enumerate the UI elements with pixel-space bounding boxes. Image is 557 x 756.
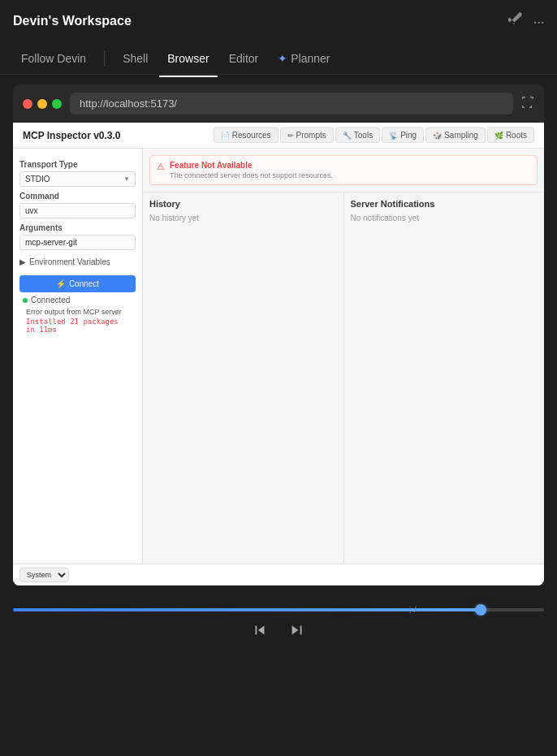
traffic-light-yellow[interactable] [37,99,47,109]
command-input[interactable]: uvx [19,203,136,218]
vscode-icon[interactable] [508,12,523,31]
system-select[interactable]: System [19,568,69,582]
error-section: Error output from MCP server Installed 2… [19,305,136,337]
mcp-title: MCP Inspector v0.3.0 [23,130,121,141]
select-arrow-icon: ▼ [123,175,130,183]
connect-button[interactable]: ⚡ Connect [19,275,136,292]
bottom-area: ⋮/ [0,595,557,676]
transport-type-label: Transport Type [19,160,136,169]
alert-content: Feature Not Available The connected serv… [170,161,333,179]
mcp-tab-prompts[interactable]: ✏ Prompts [280,127,334,143]
mcp-tab-ping[interactable]: 📡 Ping [382,127,424,143]
mcp-inspector: MCP Inspector v0.3.0 📄 Resources ✏ Promp… [13,123,544,585]
chevron-right-icon: ▶ [19,257,26,266]
more-icon[interactable]: ··· [533,12,544,31]
prev-button[interactable] [251,621,269,643]
alert-icon: ⚠ [157,162,165,172]
workspace-title: Devin's Workspace [13,14,132,28]
command-label: Command [19,192,136,201]
divider-icon: ⋮/ [406,605,417,614]
mcp-tab-tools[interactable]: 🔧 Tools [335,127,380,143]
status-dot [23,298,28,303]
traffic-light-green[interactable] [52,99,62,109]
header: Devin's Workspace ··· [0,0,557,42]
progress-track[interactable]: ⋮/ [13,608,544,611]
history-panel: History No history yet [143,192,344,564]
mcp-header: MCP Inspector v0.3.0 📄 Resources ✏ Promp… [13,123,544,149]
nav-browser[interactable]: Browser [159,47,217,70]
progress-divider: ⋮/ [406,605,417,614]
resources-icon: 📄 [221,132,230,140]
transport-type-select[interactable]: STDIO ▼ [19,171,136,187]
error-output: Installed 21 packages in 11ms [26,318,129,334]
next-button[interactable] [288,621,306,643]
mcp-tab-resources[interactable]: 📄 Resources [214,127,278,143]
mcp-bottom-panels: History No history yet Server Notificati… [143,192,544,564]
planner-icon: ✦ [278,52,287,65]
traffic-light-red[interactable] [23,99,32,109]
browser-toolbar [13,84,544,123]
browser-content: MCP Inspector v0.3.0 📄 Resources ✏ Promp… [13,123,544,585]
feature-unavailable-alert: ⚠ Feature Not Available The connected se… [149,155,538,185]
fullscreen-icon[interactable] [521,96,534,112]
nav-shell[interactable]: Shell [114,47,156,70]
tools-icon: 🔧 [343,132,352,140]
arguments-label: Arguments [19,223,136,232]
prompts-icon: ✏ [287,132,294,140]
mcp-tab-sampling[interactable]: 🎲 Sampling [425,127,486,143]
url-bar[interactable] [70,93,513,114]
roots-icon: 🌿 [494,132,503,140]
ping-icon: 📡 [389,132,398,140]
nav-planner[interactable]: ✦ Planner [270,47,338,70]
env-section: ▶ Environment Variables [19,255,136,269]
sampling-icon: 🎲 [433,132,442,140]
mcp-tab-roots[interactable]: 🌿 Roots [487,127,534,143]
transport-controls [0,611,557,653]
env-variables-toggle[interactable]: ▶ Environment Variables [19,255,136,269]
mcp-body: Transport Type STDIO ▼ Command uvx Argum… [13,149,544,564]
nav-editor[interactable]: Editor [221,47,267,70]
connect-icon: ⚡ [56,279,66,288]
traffic-lights [23,99,62,109]
nav-bar: Follow Devin Shell Browser Editor ✦ Plan… [0,42,557,75]
mcp-main-content: ⚠ Feature Not Available The connected se… [143,149,544,564]
browser-area: MCP Inspector v0.3.0 📄 Resources ✏ Promp… [13,84,544,585]
arguments-input[interactable]: mcp-server-git [19,235,136,250]
notifications-panel: Server Notifications No notifications ye… [344,192,545,564]
nav-divider [104,51,105,66]
mcp-footer: System [13,564,544,585]
nav-follow-devin[interactable]: Follow Devin [13,47,94,70]
header-actions: ··· [508,12,544,31]
connection-status: Connected [19,296,136,305]
progress-area: ⋮/ [0,595,557,611]
mcp-tabs: 📄 Resources ✏ Prompts 🔧 Tools 📡 Ping [214,127,534,143]
mcp-sidebar: Transport Type STDIO ▼ Command uvx Argum… [13,149,143,564]
progress-thumb[interactable] [475,604,486,616]
